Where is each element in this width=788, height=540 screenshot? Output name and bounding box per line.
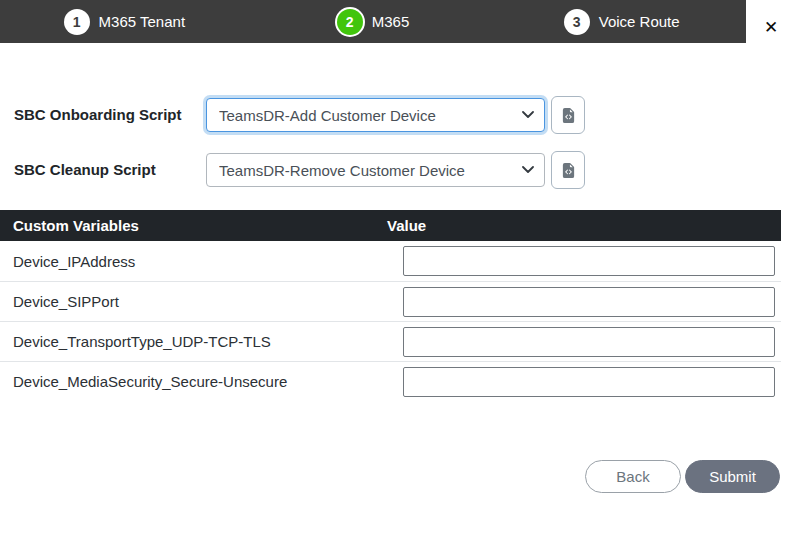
step-voice-route[interactable]: 3 Voice Route	[497, 0, 746, 43]
wizard-dialog: 1 M365 Tenant 2 M365 3 Voice Route ✕ SBC…	[0, 0, 788, 540]
variable-name-device-transporttype: Device_TransportType_UDP-TCP-TLS	[0, 333, 387, 350]
step-2-circle-active: 2	[337, 9, 363, 35]
table-row: Device_IPAddress	[0, 241, 781, 281]
onboarding-script-view-button[interactable]	[551, 96, 585, 134]
sbc-onboarding-script-select[interactable]: TeamsDR-Add Customer Device	[206, 98, 545, 132]
submit-button[interactable]: Submit	[685, 460, 780, 493]
custom-variables-table-header: Custom Variables Value	[0, 210, 781, 241]
table-row: Device_MediaSecurity_Secure-Unsecure	[0, 361, 781, 401]
column-header-custom-variables: Custom Variables	[0, 217, 387, 234]
value-cell	[387, 287, 781, 317]
cleanup-script-view-button[interactable]	[551, 151, 585, 189]
variable-name-device-ipaddress: Device_IPAddress	[0, 253, 387, 270]
step-1-circle: 1	[64, 9, 90, 35]
device-sipport-value-input[interactable]	[403, 287, 775, 317]
custom-variables-table-body: Device_IPAddress Device_SIPPort Device_T…	[0, 241, 781, 401]
value-cell	[387, 367, 781, 397]
sbc-cleanup-script-label: SBC Cleanup Script	[14, 161, 156, 178]
step-m365[interactable]: 2 M365	[249, 0, 498, 43]
step-2-label: M365	[372, 13, 410, 30]
file-code-icon	[561, 107, 576, 124]
close-icon[interactable]: ✕	[758, 14, 784, 40]
device-ipaddress-value-input[interactable]	[403, 246, 775, 276]
device-transporttype-value-input[interactable]	[403, 327, 775, 357]
sbc-onboarding-script-label: SBC Onboarding Script	[14, 106, 182, 123]
column-header-value: Value	[387, 217, 781, 234]
file-code-icon	[561, 162, 576, 179]
table-row: Device_SIPPort	[0, 281, 781, 321]
device-mediasecurity-value-input[interactable]	[403, 367, 775, 397]
step-3-label: Voice Route	[599, 13, 680, 30]
step-m365-tenant[interactable]: 1 M365 Tenant	[0, 0, 249, 43]
sbc-cleanup-script-select[interactable]: TeamsDR-Remove Customer Device	[206, 153, 545, 187]
value-cell	[387, 246, 781, 276]
back-button[interactable]: Back	[585, 460, 681, 493]
step-3-circle: 3	[564, 9, 590, 35]
variable-name-device-sipport: Device_SIPPort	[0, 293, 387, 310]
value-cell	[387, 327, 781, 357]
table-row: Device_TransportType_UDP-TCP-TLS	[0, 321, 781, 361]
step-1-label: M365 Tenant	[99, 13, 185, 30]
variable-name-device-mediasecurity: Device_MediaSecurity_Secure-Unsecure	[0, 373, 387, 390]
wizard-stepper-bar: 1 M365 Tenant 2 M365 3 Voice Route	[0, 0, 746, 43]
